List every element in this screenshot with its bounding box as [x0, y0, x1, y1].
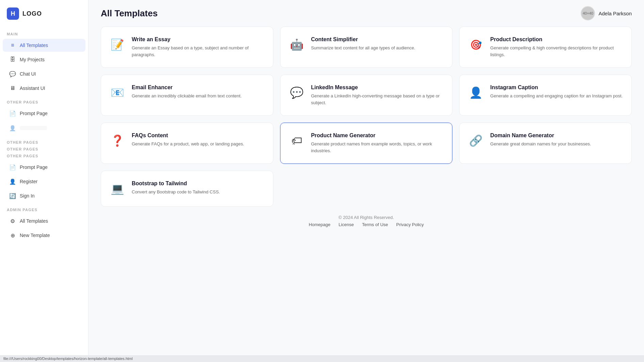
sidebar-item-admin-all-templates[interactable]: ⚙ All Templates	[3, 215, 85, 227]
card-desc: Generate FAQs for a product, web app, or…	[132, 141, 265, 147]
sidebar-item-label: New Template	[20, 233, 50, 238]
card-desc: Generate great domain names for your bus…	[490, 141, 623, 147]
admin-templates-icon: ⚙	[10, 218, 16, 224]
card-product-description[interactable]: 🎯 Product Description Generate compellin…	[459, 27, 632, 68]
sidebar-item-chat-ui[interactable]: 💬 Chat UI	[3, 67, 85, 80]
card-desc: Generate compelling & high converting de…	[490, 45, 623, 58]
other-pages-label-3: OTHER PAGES	[0, 146, 88, 153]
sidebar-item-label: Chat UI	[20, 71, 36, 77]
footer-links: Homepage License Terms of Use Privacy Po…	[109, 222, 624, 227]
card-bootstrap-to-tailwind[interactable]: 💻 Bootstrap to Tailwind Convert any Boot…	[101, 171, 273, 207]
other-pages-label-4: OTHER PAGES	[0, 153, 88, 160]
card-domain-name-generator[interactable]: 🔗 Domain Name Generator Generate great d…	[459, 123, 632, 164]
copyright: © 2024 All Rights Reserved.	[109, 215, 624, 220]
status-bar: file:///Users/rockking00/Desktop/templat…	[0, 355, 644, 362]
other-pages-label-1: OTHER PAGES	[0, 95, 88, 106]
assistant-icon: 🖥	[10, 85, 16, 91]
sidebar-item-label: Register	[20, 179, 37, 184]
card-desc: Generate a LinkedIn high-converting mess…	[311, 93, 444, 106]
new-template-icon: ⊕	[10, 232, 16, 238]
instagram-icon: 👤	[468, 84, 484, 101]
status-bar-text: file:///Users/rockking00/Desktop/templat…	[3, 357, 133, 361]
card-desc: Convert any Bootstrap code to Tailwind C…	[132, 189, 265, 195]
sidebar-item-label: Prompt Page	[20, 111, 48, 116]
user-name: Adela Parkson	[598, 11, 632, 16]
faqs-icon: ❓	[109, 132, 126, 149]
register-icon: 👤	[10, 178, 16, 185]
product-name-icon: 🏷	[289, 132, 305, 149]
card-title: Product Description	[490, 36, 623, 43]
email-enhancer-icon: 📧	[109, 84, 126, 101]
sidebar-item-assistant-ui[interactable]: 🖥 Assistant UI	[3, 82, 85, 95]
logo-area: H LOGO	[0, 0, 88, 27]
card-title: LinkedIn Message	[311, 84, 444, 91]
card-desc: Generate an Essay based on a type, subje…	[132, 45, 265, 58]
card-content-simplifier[interactable]: 🤖 Content Simplifier Summarize text cont…	[280, 27, 453, 68]
content-simplifier-icon: 🤖	[289, 36, 305, 53]
cards-grid: 📝 Write an Essay Generate an Essay based…	[101, 27, 632, 207]
card-desc: Summarize text content for all age types…	[311, 45, 444, 51]
sidebar-item-label: All Templates	[20, 218, 48, 224]
card-write-essay[interactable]: 📝 Write an Essay Generate an Essay based…	[101, 27, 273, 68]
card-desc: Generate a compelling and engaging capti…	[490, 93, 623, 99]
card-instagram-caption[interactable]: 👤 Instagram Caption Generate a compellin…	[459, 75, 632, 116]
footer-link-license[interactable]: License	[339, 222, 354, 227]
sidebar-item-all-templates[interactable]: ≡ All Templates	[3, 39, 85, 52]
footer-link-homepage[interactable]: Homepage	[309, 222, 331, 227]
sidebar-item-prompt-page-2[interactable]: 📄 Prompt Page	[3, 161, 85, 174]
card-title: Content Simplifier	[311, 36, 444, 43]
admin-pages-label: ADMIN PAGES	[0, 203, 88, 214]
bootstrap-icon: 💻	[109, 180, 126, 197]
linkedin-icon: 💬	[289, 84, 305, 101]
sidebar-item-prompt-page-1[interactable]: 📄 Prompt Page	[3, 107, 85, 120]
ghost-line	[20, 126, 47, 130]
sidebar-item-label: Prompt Page	[20, 164, 48, 170]
card-desc: Generate product names from example word…	[311, 141, 444, 154]
sidebar-item-register[interactable]: 👤 Register	[3, 175, 85, 188]
sidebar-item-label: Sign In	[20, 193, 35, 199]
all-templates-icon: ≡	[10, 42, 16, 48]
sidebar-item-new-template[interactable]: ⊕ New Template	[3, 229, 85, 242]
prompt-icon-2: 📄	[10, 164, 16, 170]
footer-link-terms[interactable]: Terms of Use	[362, 222, 388, 227]
card-title: Write an Essay	[132, 36, 265, 43]
footer-link-privacy[interactable]: Privacy Policy	[396, 222, 424, 227]
logo-text: LOGO	[22, 10, 42, 17]
card-product-name-generator[interactable]: 🏷 Product Name Generator Generate produc…	[280, 123, 453, 164]
sidebar-item-label: All Templates	[20, 43, 48, 48]
other-pages-label-2: OTHER PAGES	[0, 136, 88, 146]
cards-content: 📝 Write an Essay Generate an Essay based…	[88, 27, 644, 362]
card-title: Product Name Generator	[311, 132, 444, 139]
card-title: Domain Name Generator	[490, 132, 623, 139]
sidebar: H LOGO MAIN ≡ All Templates 🗄 My Project…	[0, 0, 88, 362]
user-info: 40×40 Adela Parkson	[581, 6, 632, 20]
card-title: Email Enhancer	[132, 84, 265, 91]
main-section-label: MAIN	[0, 27, 88, 38]
product-description-icon: 🎯	[468, 36, 484, 53]
footer: © 2024 All Rights Reserved. Homepage Lic…	[101, 207, 632, 235]
prompt-icon: 📄	[10, 110, 16, 116]
my-projects-icon: 🗄	[10, 57, 16, 63]
card-title: FAQs Content	[132, 132, 265, 139]
sign-in-icon: 🔄	[10, 193, 16, 199]
domain-icon: 🔗	[468, 132, 484, 149]
sidebar-item-register-ghost[interactable]: 👤	[3, 121, 85, 135]
topbar: All Templates 40×40 Adela Parkson	[88, 0, 644, 27]
card-faqs-content[interactable]: ❓ FAQs Content Generate FAQs for a produ…	[101, 123, 273, 164]
page-title: All Templates	[101, 8, 158, 19]
sidebar-item-my-projects[interactable]: 🗄 My Projects	[3, 53, 85, 66]
card-linkedin-message[interactable]: 💬 LinkedIn Message Generate a LinkedIn h…	[280, 75, 453, 116]
card-title: Instagram Caption	[490, 84, 623, 91]
main-content: All Templates 40×40 Adela Parkson 📝 Writ…	[88, 0, 644, 362]
card-desc: Generate an incredibly clickable email f…	[132, 93, 265, 99]
chat-icon: 💬	[10, 71, 16, 77]
sidebar-item-label: My Projects	[20, 57, 45, 62]
write-essay-icon: 📝	[109, 36, 126, 53]
logo-icon: H	[7, 7, 19, 20]
register-ghost-icon: 👤	[10, 125, 16, 131]
card-email-enhancer[interactable]: 📧 Email Enhancer Generate an incredibly …	[101, 75, 273, 116]
avatar: 40×40	[581, 6, 595, 20]
sidebar-item-sign-in[interactable]: 🔄 Sign In	[3, 189, 85, 202]
sidebar-item-label: Assistant UI	[20, 85, 45, 91]
card-title: Bootstrap to Tailwind	[132, 180, 265, 187]
